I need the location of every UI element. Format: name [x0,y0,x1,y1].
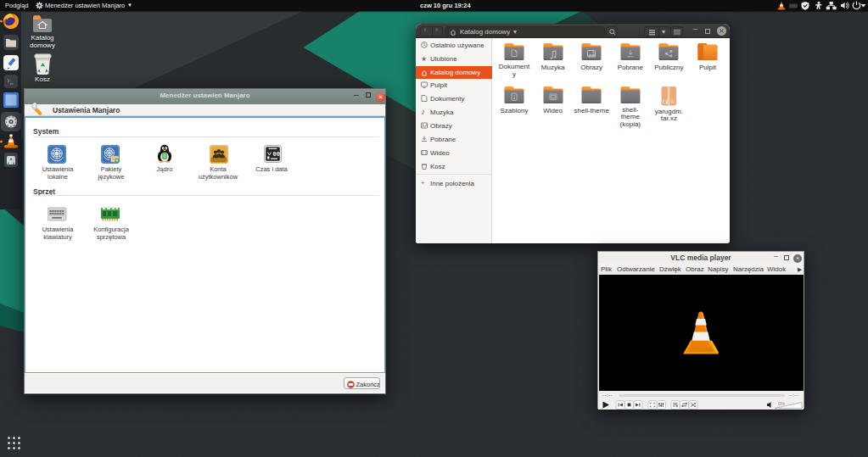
svg-text:00: 00 [273,151,280,158]
svg-text:0%: 0% [778,401,785,406]
